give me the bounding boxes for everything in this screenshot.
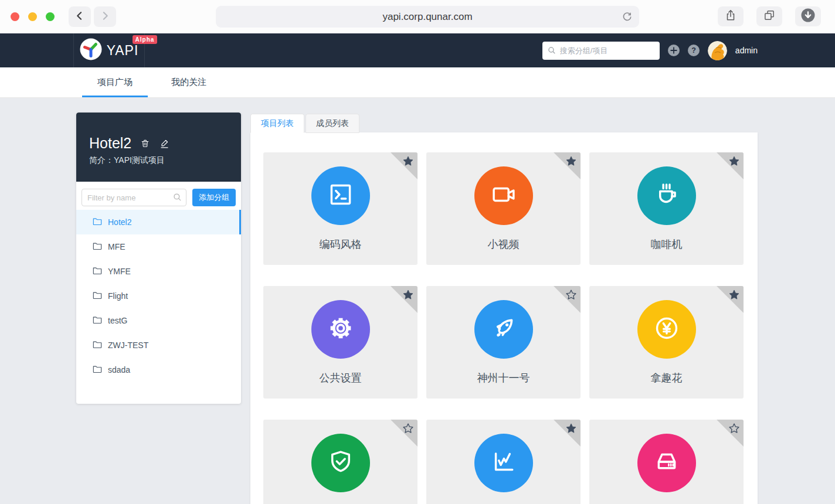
back-button[interactable]: [69, 6, 91, 27]
project-name: 拿趣花: [589, 371, 744, 385]
project-card[interactable]: [263, 420, 418, 504]
group-list-item[interactable]: Flight: [76, 284, 241, 308]
group-item-label: ZWJ-TEST: [108, 340, 148, 350]
project-icon-circle: [474, 166, 533, 225]
project-card[interactable]: [589, 420, 744, 504]
project-card[interactable]: 咖啡机: [589, 152, 744, 265]
main-tab-label: 成员列表: [316, 118, 349, 128]
app-navbar: YAPI Alpha ? admin: [0, 33, 835, 67]
svg-text:?: ?: [691, 46, 696, 55]
folder-icon: [93, 267, 102, 277]
delete-group-icon[interactable]: [140, 138, 150, 149]
group-list-item[interactable]: YMFE: [76, 259, 241, 284]
group-title: Hotel2: [89, 135, 131, 152]
project-card[interactable]: 拿趣花: [589, 286, 744, 399]
project-icon-circle: [474, 300, 533, 359]
edit-group-icon[interactable]: [159, 138, 170, 149]
chevron-left-icon: [74, 10, 86, 24]
address-bar[interactable]: yapi.corp.qunar.com: [216, 6, 639, 28]
folder-icon: [93, 291, 102, 301]
close-window-button[interactable]: [11, 12, 19, 21]
star-filled-icon[interactable]: [402, 289, 414, 301]
main-tab-label: 项目列表: [261, 118, 294, 128]
project-name: 神州十一号: [426, 371, 581, 385]
project-name: 公共设置: [263, 371, 418, 385]
share-icon: [724, 9, 737, 24]
forward-button[interactable]: [94, 6, 116, 27]
group-header: Hotel2 简介：YAPI测试项目: [76, 113, 241, 182]
browser-chrome: yapi.corp.qunar.com: [0, 0, 835, 33]
project-name: 小视频: [426, 237, 581, 251]
hdd-icon: [651, 447, 682, 479]
rocket-icon: [488, 313, 519, 346]
fullscreen-window-button[interactable]: [46, 12, 55, 21]
yuan-icon: [651, 313, 682, 346]
project-card[interactable]: 编码风格: [263, 152, 418, 265]
subnav-tab-label: 项目广场: [97, 77, 133, 87]
subnav-tab-label: 我的关注: [171, 77, 206, 87]
star-outline-icon[interactable]: [565, 289, 577, 301]
downloads-button[interactable]: [795, 6, 821, 26]
main-panel-wrap: 项目列表 成员列表: [250, 114, 758, 504]
yapi-logo-icon: [80, 38, 102, 63]
tabs-overview-button[interactable]: [756, 6, 782, 26]
group-item-label: Hotel2: [108, 217, 131, 227]
project-panel: 编码风格: [250, 132, 758, 504]
folder-icon: [93, 340, 102, 350]
reload-icon[interactable]: [622, 11, 633, 25]
main-tab[interactable]: 项目列表: [250, 114, 304, 133]
group-filter-input[interactable]: [82, 189, 186, 206]
avatar[interactable]: [708, 41, 727, 60]
project-name: 编码风格: [263, 237, 418, 251]
line-chart-icon: [488, 447, 519, 479]
star-filled-icon[interactable]: [565, 423, 577, 434]
download-icon: [800, 8, 816, 25]
group-list-item[interactable]: ZWJ-TEST: [76, 333, 241, 357]
group-list: Hotel2 MFE YMFE Flight: [76, 209, 241, 403]
video-camera-icon: [488, 179, 519, 212]
star-outline-icon[interactable]: [728, 423, 740, 434]
star-filled-icon[interactable]: [402, 155, 414, 167]
global-search: [542, 42, 660, 60]
folder-icon: [93, 365, 102, 375]
main-tab[interactable]: 成员列表: [306, 114, 359, 133]
minimize-window-button[interactable]: [28, 12, 37, 21]
group-list-item[interactable]: Hotel2: [76, 210, 241, 234]
project-card[interactable]: 神州十一号: [426, 286, 581, 399]
group-filter: [82, 189, 186, 206]
chevron-right-icon: [99, 10, 111, 24]
star-outline-icon[interactable]: [402, 423, 414, 434]
terminal-icon: [325, 179, 356, 212]
project-card[interactable]: 小视频: [426, 152, 581, 265]
project-icon-circle: [474, 434, 533, 492]
project-card[interactable]: 公共设置: [263, 286, 418, 399]
project-icon-circle: [311, 434, 370, 492]
star-filled-icon[interactable]: [728, 155, 740, 167]
gear-icon: [325, 313, 356, 346]
group-list-item[interactable]: testG: [76, 308, 241, 333]
help-button[interactable]: ?: [688, 45, 700, 56]
project-icon-circle: [311, 166, 370, 225]
subnav-tab[interactable]: 项目广场: [82, 67, 148, 97]
group-item-label: MFE: [108, 242, 125, 251]
group-item-label: testG: [108, 316, 127, 325]
folder-icon: [93, 217, 102, 227]
project-icon-circle: [311, 300, 370, 359]
username[interactable]: admin: [735, 46, 758, 55]
alpha-badge: Alpha: [133, 35, 158, 44]
star-filled-icon[interactable]: [728, 289, 740, 301]
folder-icon: [93, 242, 102, 252]
brand-logo[interactable]: YAPI Alpha: [73, 33, 145, 67]
project-name: 咖啡机: [589, 237, 744, 251]
add-group-button[interactable]: 添加分组: [192, 189, 236, 206]
subnav-tab[interactable]: 我的关注: [156, 67, 222, 97]
project-card[interactable]: [426, 420, 581, 504]
star-filled-icon[interactable]: [565, 155, 577, 167]
add-button[interactable]: [668, 45, 680, 56]
coffee-icon: [651, 179, 682, 212]
share-button[interactable]: [718, 6, 744, 26]
group-list-item[interactable]: sdada: [76, 357, 241, 382]
search-input[interactable]: [542, 42, 660, 60]
group-list-item[interactable]: MFE: [76, 234, 241, 259]
tabs-icon: [763, 9, 776, 24]
